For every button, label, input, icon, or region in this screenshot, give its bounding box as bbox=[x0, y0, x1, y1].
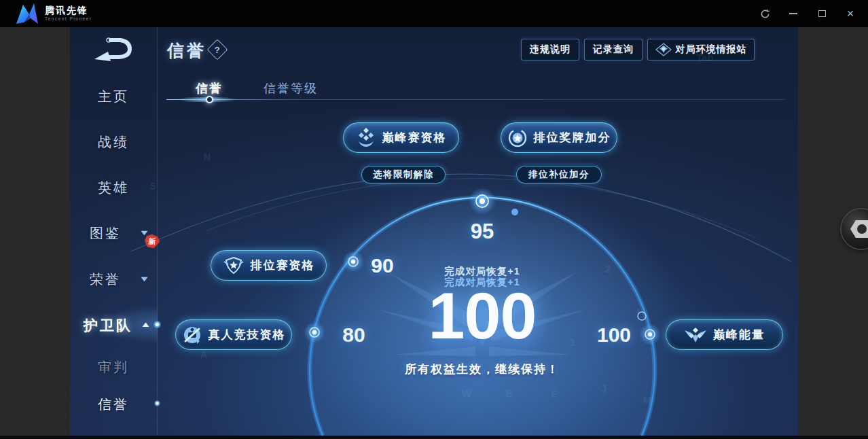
gauge-status-text: 所有权益生效，继续保持！ bbox=[405, 362, 560, 377]
tencent-pioneer-logo-icon bbox=[15, 2, 39, 25]
close-icon[interactable]: × bbox=[845, 8, 856, 19]
gauge-marker-95: 95 bbox=[471, 220, 494, 244]
gauge-marker-100: 100 bbox=[597, 323, 631, 347]
tab-credit-level[interactable]: 信誉等级 bbox=[264, 80, 318, 96]
sidebar-divider bbox=[157, 27, 158, 436]
violation-info-button[interactable]: 违规说明 bbox=[521, 39, 579, 60]
sidebar-credit-node bbox=[154, 400, 160, 406]
gauge-marker-90: 90 bbox=[371, 254, 393, 277]
chevron-down-icon: ▼ bbox=[139, 228, 149, 236]
badge-wings-icon bbox=[655, 43, 672, 56]
ranked-match-eligibility-button[interactable]: 排位赛资格 bbox=[211, 250, 327, 281]
game-viewport: 主页 战绩 英雄 图鉴 ▼ 荣誉 新 ▼ 护卫队 ▲ 审判 信誉 信誉 ? 违规… bbox=[70, 27, 798, 436]
bottom-strip bbox=[0, 436, 868, 439]
title-bar: 腾讯先锋 Tencent Pioneer × bbox=[0, 0, 868, 27]
record-query-button[interactable]: 记录查询 bbox=[584, 39, 643, 60]
rank-fill-bonus-button[interactable]: 排位补位加分 bbox=[516, 166, 602, 183]
rank-medal-bonus-button[interactable]: 排位奖牌加分 bbox=[501, 122, 617, 153]
tab-credit[interactable]: 信誉 bbox=[196, 80, 223, 96]
minimize-icon[interactable] bbox=[788, 8, 799, 19]
app-subtitle: Tencent Pioneer bbox=[45, 17, 92, 22]
maximize-icon[interactable] bbox=[816, 8, 827, 19]
sidebar-item-credit[interactable]: 信誉 bbox=[70, 396, 157, 414]
page-title: 信誉 bbox=[167, 39, 206, 62]
gauge-marker-80: 80 bbox=[342, 323, 365, 347]
tab-active-dot bbox=[206, 96, 213, 103]
app-window: 腾讯先锋 Tencent Pioneer × bbox=[0, 0, 868, 439]
chevron-up-icon: ▲ bbox=[140, 320, 151, 328]
floating-assistant-ball[interactable] bbox=[842, 209, 868, 249]
back-arrow-icon[interactable] bbox=[90, 37, 132, 64]
tab-underline bbox=[166, 99, 784, 100]
sidebar-item-home[interactable]: 主页 bbox=[70, 88, 157, 106]
sidebar-item-heroes[interactable]: 英雄 bbox=[70, 179, 157, 197]
peak-diamonds-icon bbox=[356, 127, 376, 149]
assistant-hex-dot bbox=[857, 224, 867, 234]
shield-star-icon bbox=[223, 256, 245, 275]
chevron-down-icon: ▼ bbox=[139, 275, 149, 283]
app-logo: 腾讯先锋 Tencent Pioneer bbox=[15, 2, 92, 25]
sidebar-active-node bbox=[153, 321, 161, 328]
credit-score-value: 100 bbox=[429, 278, 537, 354]
sidebar-item-battle-record[interactable]: 战绩 bbox=[70, 133, 157, 152]
medal-star-icon bbox=[507, 128, 528, 148]
hero-pick-limit-lifted-button[interactable]: 选将限制解除 bbox=[361, 166, 446, 183]
app-name: 腾讯先锋 bbox=[45, 5, 92, 15]
peak-energy-button[interactable]: 巅峰能量 bbox=[666, 319, 783, 350]
match-env-intel-button[interactable]: 对局环境情报站 bbox=[647, 39, 755, 60]
window-controls: × bbox=[759, 0, 856, 27]
human-competition-eligibility-button[interactable]: 真人竞技资格 bbox=[175, 319, 292, 350]
peak-match-eligibility-button[interactable]: 巅峰赛资格 bbox=[343, 122, 459, 153]
peak-energy-icon bbox=[684, 326, 707, 344]
refresh-icon[interactable] bbox=[759, 8, 770, 19]
no-bot-icon bbox=[182, 325, 202, 345]
sidebar-item-judgement[interactable]: 审判 bbox=[70, 358, 157, 376]
